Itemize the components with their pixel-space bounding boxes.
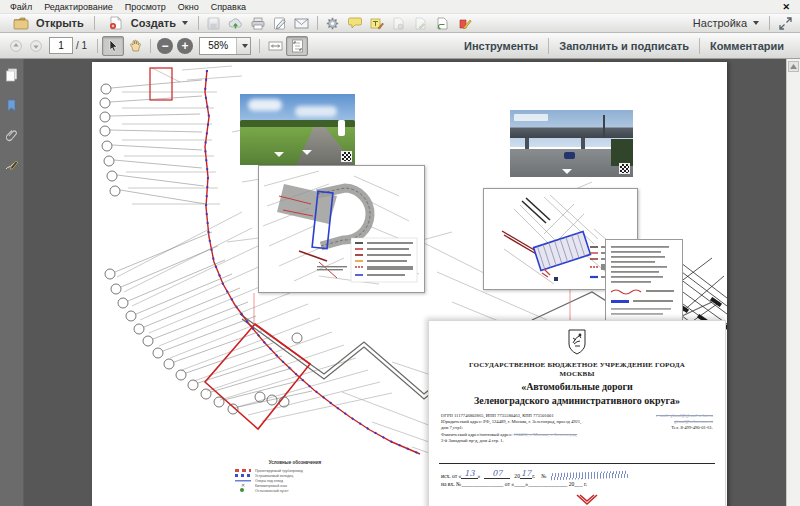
- legend-label: Устраиваемый колодец: [255, 474, 293, 478]
- photo2-car: [564, 152, 575, 159]
- select-tool-button[interactable]: [102, 36, 124, 56]
- main-toolbar: Открыть Создать: [0, 14, 800, 33]
- legend-swatch-green-circle: [235, 489, 251, 492]
- photo2-street-label: [514, 114, 548, 121]
- open-button[interactable]: Открыть: [4, 15, 90, 32]
- org-phone-line: Тел. 8-499-490-01-61.: [671, 425, 713, 430]
- menu-window[interactable]: Окно: [172, 2, 205, 12]
- zoom-in-button[interactable]: +: [177, 38, 193, 54]
- plan-legend: Условные обозначения Проектируемый трубо…: [235, 460, 355, 493]
- photo2-qr-code: [619, 163, 630, 174]
- next-page-button[interactable]: [27, 37, 45, 55]
- org-title-line1: «Автомобильные дороги: [429, 381, 725, 392]
- handwritten-outgoing-number: [549, 471, 627, 481]
- toolbar-separator: [259, 39, 260, 53]
- hand-tool-button[interactable]: [124, 36, 146, 56]
- org-registration-block: ОГРН 1117746802865, ИНН 7735580463, КПП …: [441, 413, 626, 444]
- scroll-up-button[interactable]: [788, 61, 799, 72]
- org-addr-line3-redacted: 124460, г. Москва, г. Зеленоград,: [514, 432, 578, 437]
- outgoing-year-suffix: г.: [532, 473, 535, 479]
- folder-icon: [13, 16, 29, 31]
- page-export-icon[interactable]: [413, 16, 429, 31]
- toolbar-separator: [198, 16, 199, 30]
- pdf-page: Условные обозначения Проектируемый трубо…: [92, 62, 727, 506]
- page-gear-icon[interactable]: [391, 16, 407, 31]
- gear-icon[interactable]: [325, 16, 341, 31]
- zoom-out-button[interactable]: −: [157, 38, 173, 54]
- inset-map-ramp-detail: [258, 165, 425, 293]
- legend-label: Опоры под отвод: [255, 479, 283, 483]
- org-email-line1: e-mail: gbuad@gbuad-zelao.ru: [656, 413, 713, 418]
- signatures-icon[interactable]: [4, 157, 20, 173]
- letterhead-divider: [439, 463, 715, 464]
- previous-page-button[interactable]: [7, 37, 25, 55]
- legend-swatch-blue-dash: [235, 474, 251, 477]
- org-addr-line2: дом 7,стр1:: [441, 425, 463, 430]
- print-icon[interactable]: [250, 16, 266, 31]
- photo1-nav-arrow-left: [274, 152, 284, 157]
- red-check-mark: [575, 493, 599, 506]
- tools-panel-button[interactable]: Инструменты: [454, 36, 548, 56]
- legend-row: Остановочный пункт: [235, 488, 355, 493]
- fit-page-button[interactable]: [286, 36, 308, 56]
- create-button[interactable]: Создать: [99, 15, 194, 32]
- photo2-nav-arrow: [562, 169, 572, 174]
- acrobat-window: Файл Редактирование Просмотр Окно Справк…: [0, 0, 800, 506]
- save-icon[interactable]: [206, 16, 222, 31]
- zoom-level-value: 58%: [200, 40, 236, 51]
- legend-label: Остановочный пункт: [255, 489, 289, 493]
- bookmarks-icon[interactable]: [4, 97, 20, 113]
- customize-dropdown-caret: [753, 21, 759, 25]
- incoming-number-line: на вх. №_______________ от «____»_______…: [441, 481, 587, 487]
- outgoing-no-label: №: [541, 473, 546, 479]
- create-pdf-icon: [108, 16, 124, 31]
- zoom-dropdown-caret: [242, 44, 248, 48]
- plan-legend-title: Условные обозначения: [235, 460, 355, 465]
- org-addr-line4: 2-й Западный пр-д, дом 4 стр. 1.: [441, 438, 504, 443]
- customize-button-label: Настройка: [693, 17, 747, 29]
- comments-panel-button[interactable]: Комментарии: [700, 36, 794, 56]
- menu-bar: Файл Редактирование Просмотр Окно Справк…: [0, 0, 800, 14]
- letterhead-document: ГОСУДАРСТВЕННОЕ БЮДЖЕТНОЕ УЧРЕЖДЕНИЕ ГОР…: [428, 320, 726, 506]
- menu-help[interactable]: Справка: [205, 2, 252, 12]
- menu-view[interactable]: Просмотр: [119, 2, 172, 12]
- toolbar-separator: [769, 16, 770, 30]
- page-number-input[interactable]: 1: [49, 37, 73, 54]
- cloud-upload-icon[interactable]: [228, 16, 244, 31]
- fill-sign-panel-button[interactable]: Заполнить и подписать: [549, 36, 699, 56]
- fit-width-button[interactable]: [264, 36, 286, 56]
- comment-bubble-icon[interactable]: [347, 16, 363, 31]
- legend-swatch-red-dash: [235, 469, 251, 472]
- sign-document-icon[interactable]: [272, 16, 288, 31]
- attachments-icon[interactable]: [4, 127, 20, 143]
- org-email-line2: gbuad@zelao.mos.ru: [674, 419, 713, 424]
- page-thumbnails-icon[interactable]: [4, 67, 20, 83]
- toolbar-separator: [150, 39, 151, 53]
- street-photo-field-road: [240, 94, 355, 165]
- outgoing-prefix: исх. от «: [441, 473, 461, 479]
- vertical-scrollbar[interactable]: [786, 59, 800, 506]
- menu-edit[interactable]: Редактирование: [38, 2, 119, 12]
- org-title-line2: Зеленоградского административного округа…: [429, 395, 725, 406]
- signature-pen-icon[interactable]: [457, 16, 473, 31]
- menu-file[interactable]: Файл: [4, 2, 38, 12]
- moscow-coat-of-arms-icon: [429, 329, 725, 359]
- photo1-nav-arrow-forward: [302, 150, 312, 155]
- zoom-dropdown-button[interactable]: [236, 38, 250, 54]
- create-dropdown-caret: [182, 21, 188, 25]
- legend-swatch-x-mark: ✕: [235, 484, 251, 487]
- handwritten-month: 07: [484, 469, 510, 479]
- customize-button[interactable]: Настройка: [687, 15, 765, 32]
- document-view[interactable]: Условные обозначения Проектируемый трубо…: [24, 59, 786, 506]
- org-name-line2: МОСКВЫ: [429, 370, 725, 378]
- zoom-level-control[interactable]: 58%: [199, 37, 251, 55]
- close-window-icon[interactable]: ✕: [776, 2, 796, 12]
- annotate-text-icon[interactable]: [369, 16, 385, 31]
- email-icon[interactable]: [294, 16, 310, 31]
- fullscreen-icon[interactable]: [777, 16, 793, 31]
- open-button-label: Открыть: [36, 17, 84, 29]
- legend-label: Проектируемый трубопровод: [255, 469, 303, 473]
- page-attach-icon[interactable]: [435, 16, 451, 31]
- toolbar-separator: [97, 39, 98, 53]
- org-contacts-block: e-mail: gbuad@gbuad-zelao.ru gbuad@zelao…: [623, 413, 713, 432]
